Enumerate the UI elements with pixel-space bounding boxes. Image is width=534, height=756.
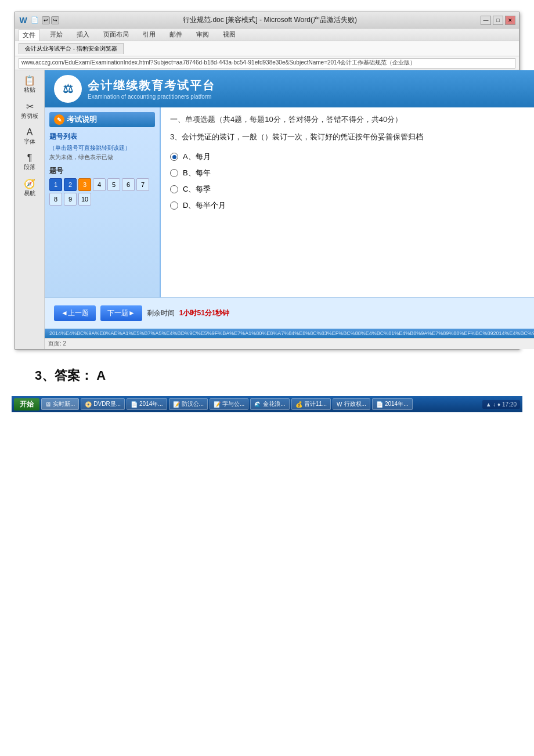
exam-logo: ⚖ 会计继续教育考试平台 Examination of accounting p… bbox=[54, 75, 215, 103]
taskbar-item-1[interactable]: 📀 DVDR显... bbox=[81, 398, 125, 410]
taskbar-item-2[interactable]: 📄 2014年... bbox=[127, 398, 167, 410]
question-num-grid: 1 2 3 4 5 6 7 8 9 10 bbox=[49, 178, 155, 206]
main-content: ⚖ 会计继续教育考试平台 Examination of accounting p… bbox=[45, 70, 534, 349]
url-input[interactable]: www.acczg.com/EduExam/ExaminationIndex.h… bbox=[19, 58, 515, 69]
ribbon-tab-file[interactable]: 文件 bbox=[19, 29, 39, 41]
options-list: A、每月 B、每年 C、每季 bbox=[170, 152, 534, 211]
question-list-title: 题号列表 bbox=[49, 132, 155, 142]
exam-title-cn: 会计继续教育考试平台 bbox=[88, 78, 215, 93]
tray-text: ▲ ↓ ♦ 17:20 bbox=[486, 401, 517, 408]
exam-header: ⚖ 会计继续教育考试平台 Examination of accounting p… bbox=[45, 70, 534, 107]
q-btn-8[interactable]: 8 bbox=[49, 193, 62, 206]
question-num-label: 题号 bbox=[49, 166, 155, 176]
radio-d[interactable] bbox=[170, 201, 178, 210]
radio-c[interactable] bbox=[170, 185, 178, 193]
option-c[interactable]: C、每季 bbox=[170, 184, 534, 195]
exam-body: ✎ 考试说明 题号列表 （单击题号可直接跳转到该题） 灰为未做，绿色表示已做 题… bbox=[45, 107, 534, 297]
exam-title-en: Examination of accounting practitioners … bbox=[88, 93, 215, 100]
option-b[interactable]: B、每年 bbox=[170, 168, 534, 178]
title-bar-left: W 📄 ↩ ↪ bbox=[19, 16, 59, 25]
taskbar-item-0[interactable]: 🖥 实时新... bbox=[41, 398, 79, 410]
q-btn-10[interactable]: 10 bbox=[78, 193, 91, 206]
option-a-text: A、每月 bbox=[183, 152, 211, 162]
logo-icon: ⚖ bbox=[54, 75, 82, 103]
browser-body: 📋 粘贴 ✂ 剪切板 A 字体 ¶ 段落 🧭 易航 bbox=[15, 70, 519, 349]
doc-icon: 📄 bbox=[30, 16, 39, 25]
paragraph-btn[interactable]: ¶ 段落 bbox=[16, 150, 43, 174]
question-list-hint: （单击题号可直接跳转到该题） bbox=[49, 144, 155, 152]
ribbon: 文件 开始 插入 页面布局 引用 邮件 审阅 视图 bbox=[15, 28, 519, 41]
taskbar-item-3[interactable]: 📝 防汉公... bbox=[169, 398, 208, 410]
maximize-btn[interactable]: □ bbox=[493, 16, 503, 25]
q-btn-2[interactable]: 2 bbox=[64, 178, 77, 191]
ribbon-tab-view[interactable]: 视图 bbox=[219, 29, 239, 40]
radio-b[interactable] bbox=[170, 169, 178, 177]
title-bar: W 📄 ↩ ↪ 行业规范.doc [兼容模式] - Microsoft Word… bbox=[15, 12, 519, 28]
ribbon-tab-review[interactable]: 审阅 bbox=[193, 29, 212, 40]
nav-btn-side[interactable]: 🧭 易航 bbox=[16, 176, 43, 200]
left-sidebar: 📋 粘贴 ✂ 剪切板 A 字体 ¶ 段落 🧭 易航 bbox=[15, 70, 45, 349]
exam-left-panel: ✎ 考试说明 题号列表 （单击题号可直接跳转到该题） 灰为未做，绿色表示已做 题… bbox=[45, 107, 161, 297]
timer-label: 剩余时间 bbox=[147, 308, 175, 318]
window-title: 行业规范.doc [兼容模式] - Microsoft Word(产品激活失败) bbox=[59, 15, 481, 25]
question-list-hint2: 灰为未做，绿色表示已做 bbox=[49, 153, 155, 161]
q-btn-4[interactable]: 4 bbox=[93, 178, 106, 191]
q-btn-7[interactable]: 7 bbox=[136, 178, 149, 191]
taskbar-item-4[interactable]: 📝 字与公... bbox=[210, 398, 248, 410]
taskbar-item-5[interactable]: 🌊 金花浪... bbox=[250, 398, 289, 410]
option-b-text: B、每年 bbox=[183, 168, 211, 178]
taskbar-item-7[interactable]: W 行政权... bbox=[333, 398, 370, 410]
option-c-text: C、每季 bbox=[183, 184, 211, 195]
section-title: ✎ 考试说明 bbox=[49, 112, 155, 127]
q-btn-9[interactable]: 9 bbox=[64, 193, 77, 206]
section-icon: ✎ bbox=[54, 114, 64, 125]
ribbon-tab-mail[interactable]: 邮件 bbox=[166, 29, 186, 40]
exam-title-block: 会计继续教育考试平台 Examination of accounting pra… bbox=[88, 78, 215, 100]
exam-right-panel: 一、单项选题（共4题，每题10分，答对得分，答错不得分，共40分） 3、会计凭证… bbox=[161, 107, 534, 297]
status-text: 2014%E4%BC%9A%E8%AE%A1%E5%B7%A5%E4%BD%9C… bbox=[49, 330, 534, 336]
font-btn[interactable]: A 字体 bbox=[16, 125, 43, 148]
page-indicator: 页面: 2 bbox=[45, 338, 534, 349]
next-btn[interactable]: 下一题► bbox=[100, 305, 142, 321]
option-a[interactable]: A、每月 bbox=[170, 152, 534, 162]
q-btn-6[interactable]: 6 bbox=[122, 178, 135, 191]
paste-btn[interactable]: 📋 粘贴 bbox=[16, 73, 43, 96]
timer-value: 1小时51分1秒钟 bbox=[179, 308, 230, 318]
close-btn[interactable]: ✕ bbox=[505, 16, 515, 25]
option-d[interactable]: D、每半个月 bbox=[170, 200, 534, 211]
ribbon-tab-home[interactable]: 开始 bbox=[46, 29, 66, 40]
answer-title: 3、答案： A bbox=[35, 367, 499, 384]
ribbon-tab-insert[interactable]: 插入 bbox=[73, 29, 93, 40]
window-controls: — □ ✕ bbox=[481, 16, 515, 25]
section-header: 一、单项选题（共4题，每题10分，答对得分，答错不得分，共40分） bbox=[170, 114, 534, 125]
q-btn-1[interactable]: 1 bbox=[49, 178, 62, 191]
option-d-text: D、每半个月 bbox=[183, 200, 226, 211]
undo-btn[interactable]: ↩ bbox=[42, 16, 50, 24]
ribbon-tab-layout[interactable]: 页面布局 bbox=[100, 29, 132, 40]
clipboard-btn[interactable]: ✂ 剪切板 bbox=[16, 99, 43, 123]
address-bar: 会计从业考试平台 - 猎豹安全浏览器 bbox=[15, 41, 519, 56]
q-btn-5[interactable]: 5 bbox=[107, 178, 120, 191]
taskbar-item-8[interactable]: 📄 2014年... bbox=[372, 398, 413, 410]
status-bar: 2014%E4%BC%9A%E8%AE%A1%E5%B7%A5%E4%BD%9C… bbox=[45, 329, 534, 338]
minimize-btn[interactable]: — bbox=[481, 16, 491, 25]
prev-btn[interactable]: ◄上一题 bbox=[54, 305, 96, 321]
start-button[interactable]: 开始 bbox=[14, 398, 39, 411]
radio-a[interactable] bbox=[170, 153, 178, 161]
answer-section: 3、答案： A bbox=[12, 350, 522, 396]
browser-tab[interactable]: 会计从业考试平台 - 猎豹安全浏览器 bbox=[19, 43, 124, 54]
q-btn-3[interactable]: 3 bbox=[78, 178, 91, 191]
url-bar: www.acczg.com/EduExam/ExaminationIndex.h… bbox=[15, 56, 519, 70]
taskbar-item-6[interactable]: 💰 冒计11... bbox=[291, 398, 331, 410]
taskbar: 开始 🖥 实时新... 📀 DVDR显... 📄 2014年... 📝 防汉公.… bbox=[12, 396, 522, 412]
exam-nav: ◄上一题 下一题► 剩余时间 1小时51分1秒钟 交 卷 → bbox=[45, 297, 534, 329]
system-tray: ▲ ↓ ♦ 17:20 bbox=[482, 400, 520, 409]
question-text: 3、会计凭证的装订，一般（）装订一次，装订好的凭证按年份妥善保管归档 bbox=[170, 131, 534, 143]
quick-access-toolbar: ↩ ↪ bbox=[42, 16, 59, 24]
ribbon-tab-ref[interactable]: 引用 bbox=[139, 29, 159, 40]
redo-btn[interactable]: ↪ bbox=[51, 16, 59, 24]
word-icon: W bbox=[19, 16, 28, 25]
